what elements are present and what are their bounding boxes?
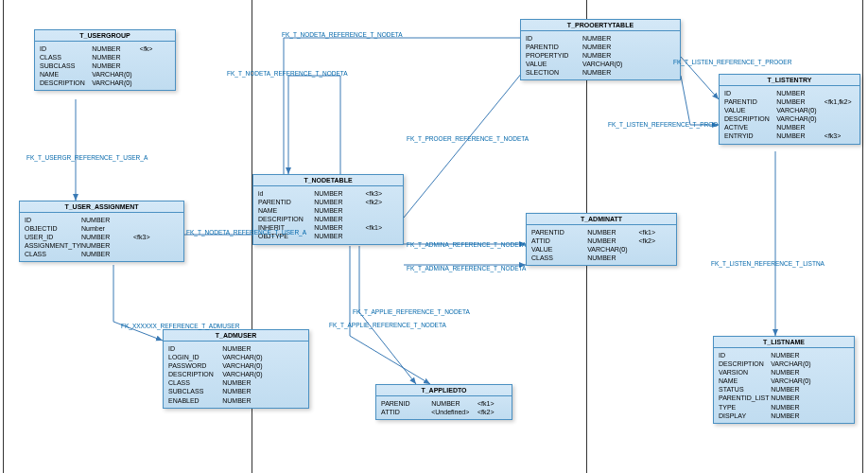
- entity-t_usergroup[interactable]: T_USERGROUPIDNUMBER<fk>CLASSNUMBERSUBCLA…: [34, 29, 176, 91]
- column-type: VARCHAR(0): [222, 361, 271, 370]
- column-name: ID: [724, 89, 776, 97]
- entity-t_prooertytable[interactable]: T_PROOERTYTABLEIDNUMBERPARENTIDNUMBERPRO…: [520, 19, 681, 80]
- column-row: VARSIONNUMBER: [719, 368, 849, 377]
- column-fk: [140, 53, 170, 61]
- column-name: ASSIGNMENT_TYPE: [25, 241, 81, 250]
- column-row: DESCRIPTIONVARCHAR(0): [719, 359, 849, 368]
- column-row: ENABLEDNUMBER: [168, 396, 304, 405]
- column-name: VALUE: [531, 245, 587, 254]
- column-name: PARENTID: [526, 43, 582, 51]
- column-name: SUBCLASS: [40, 61, 92, 70]
- column-name: CLASS: [531, 254, 587, 262]
- entity-body: IDNUMBER<fk>CLASSNUMBERSUBCLASSNUMBERNAM…: [35, 42, 175, 90]
- column-fk: [819, 368, 849, 377]
- column-fk: [819, 351, 849, 359]
- column-name: ID: [40, 44, 92, 53]
- guide-line: [3, 0, 4, 473]
- column-fk: [638, 245, 671, 254]
- entity-t_adminatt[interactable]: T_ADMINATTPARENTIDNUMBER<fk1>ATTIDNUMBER…: [526, 213, 677, 266]
- column-fk: [365, 232, 398, 240]
- entity-body: IDNUMBERLOGIN_IDVARCHAR(0)PASSWORDVARCHA…: [164, 342, 308, 408]
- entity-body: PARENIDNUMBER<fk1>ATTID<Undefined><fk2>: [376, 396, 512, 419]
- column-row: NAMEVARCHAR(0): [719, 377, 849, 385]
- column-type: NUMBER: [81, 241, 133, 250]
- column-row: PROPERTYIDNUMBER: [526, 51, 675, 60]
- guide-line: [862, 0, 863, 473]
- entity-t_listentry[interactable]: T_LISTENTRYIDNUMBERPARENTIDNUMBER<fk1,fk…: [719, 74, 860, 145]
- column-fk: [365, 206, 398, 215]
- column-name: ID: [168, 344, 222, 353]
- column-type: NUMBER: [314, 232, 365, 240]
- column-fk: [272, 344, 304, 353]
- column-fk: [272, 396, 304, 405]
- column-fk: <fk3>: [825, 131, 855, 140]
- column-fk: [133, 250, 166, 258]
- column-type: NUMBER: [92, 61, 140, 70]
- column-fk: <fk3>: [365, 189, 398, 198]
- column-type: NUMBER: [81, 233, 133, 241]
- column-type: NUMBER: [582, 51, 634, 60]
- column-fk: <fk>: [140, 44, 170, 53]
- column-type: NUMBER: [587, 254, 638, 262]
- relationship-label: FK_T_APPLIE_REFERENCE_T_NODETA: [329, 322, 446, 328]
- column-name: DESCRIPTION: [40, 79, 92, 87]
- entity-t_listname[interactable]: T_LISTNAMEIDNUMBERDESCRIPTIONVARCHAR(0)V…: [713, 336, 855, 424]
- column-fk: [272, 361, 304, 370]
- column-type: NUMBER: [81, 216, 133, 224]
- entity-title: T_USER_ASSIGNMENT: [20, 201, 183, 213]
- column-fk: [272, 387, 304, 395]
- column-type: NUMBER: [771, 412, 819, 420]
- entity-title: T_USERGROUP: [35, 30, 175, 42]
- column-fk: [819, 412, 849, 420]
- column-fk: <fk1>: [477, 399, 507, 408]
- column-name: DESCRIPTION: [719, 359, 771, 368]
- entity-body: IDNUMBERDESCRIPTIONVARCHAR(0)VARSIONNUMB…: [714, 348, 854, 423]
- column-row: DESCRIPTIONVARCHAR(0): [724, 114, 855, 123]
- column-name: OBJECTID: [25, 224, 81, 233]
- entity-title: T_NODETABLE: [253, 175, 403, 186]
- column-name: CLASS: [168, 378, 222, 387]
- column-type: NUMBER: [222, 378, 271, 387]
- column-row: IDNUMBER<fk>: [40, 44, 170, 53]
- column-fk: [819, 394, 849, 402]
- column-name: DESCRIPTION: [258, 215, 314, 223]
- column-type: VARCHAR(0): [582, 60, 634, 68]
- column-type: NUMBER: [776, 123, 825, 131]
- column-type: NUMBER: [222, 396, 271, 405]
- column-name: PARENTID: [531, 228, 587, 236]
- column-row: DESCRIPTIONNUMBER: [258, 215, 398, 223]
- column-fk: [140, 79, 170, 87]
- column-name: ACTIVE: [724, 123, 776, 131]
- column-fk: [825, 123, 855, 131]
- column-name: ATTID: [381, 408, 431, 416]
- entity-t_user_assignment[interactable]: T_USER_ASSIGNMENTIDNUMBEROBJECTIDNumberU…: [19, 201, 184, 262]
- column-type: NUMBER: [314, 215, 365, 223]
- column-name: ID: [526, 34, 582, 43]
- column-row: SLECTIONNUMBER: [526, 68, 675, 77]
- entity-title: T_APPLIEDTO: [376, 385, 512, 396]
- relationship-label: FK_T_PROOER_REFERENCE_T_NODETA: [407, 135, 529, 142]
- entity-body: IDNUMBEROBJECTIDNumberUSER_IDNUMBER<fk3>…: [20, 213, 183, 261]
- column-name: TYPE: [719, 403, 771, 412]
- column-row: USER_IDNUMBER<fk3>: [25, 233, 179, 241]
- column-row: IDNUMBER: [526, 34, 675, 43]
- column-name: USER_ID: [25, 233, 81, 241]
- entity-body: IDNUMBERPARENTIDNUMBER<fk1,fk2>VALUEVARC…: [720, 86, 859, 144]
- entity-body: IDNUMBERPARENTIDNUMBERPROPERTYIDNUMBERVA…: [521, 31, 680, 79]
- column-type: NUMBER: [771, 394, 819, 402]
- relationship-label: FK_T_ADMINA_REFERENCE_T_NODETA: [407, 241, 526, 248]
- column-name: STATUS: [719, 385, 771, 394]
- column-fk: [133, 241, 166, 250]
- column-fk: [819, 359, 849, 368]
- entity-t_appliedto[interactable]: T_APPLIEDTOPARENIDNUMBER<fk1>ATTID<Undef…: [375, 384, 512, 420]
- column-fk: [133, 224, 166, 233]
- column-name: PASSWORD: [168, 361, 222, 370]
- column-type: VARCHAR(0): [776, 114, 825, 123]
- entity-t_admuser[interactable]: T_ADMUSERIDNUMBERLOGIN_IDVARCHAR(0)PASSW…: [163, 329, 309, 409]
- relationship-label: FK_T_NODETA_REFERENCE_T_NODETA: [227, 70, 348, 77]
- column-type: NUMBER: [776, 97, 825, 106]
- entity-title: T_ADMUSER: [164, 330, 308, 342]
- column-name: PARENID: [381, 399, 431, 408]
- column-row: NAMENUMBER: [258, 206, 398, 215]
- column-name: DESCRIPTION: [168, 370, 222, 378]
